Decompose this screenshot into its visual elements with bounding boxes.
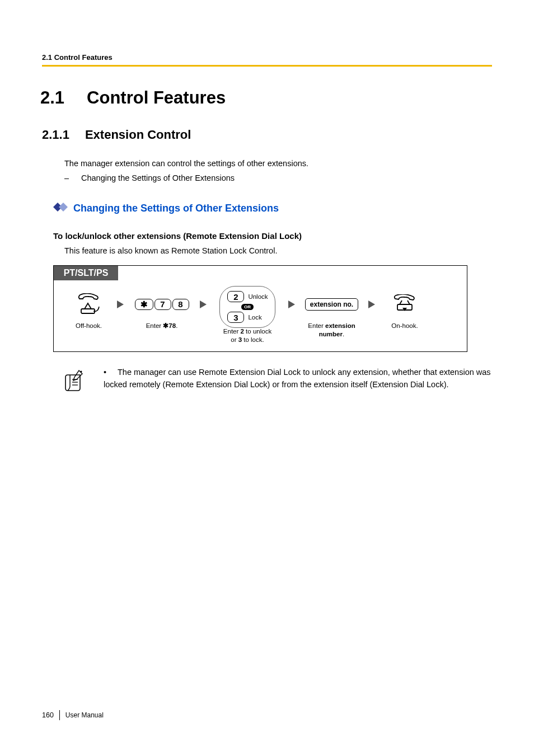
svg-line-9 [407,300,410,304]
section-title: Control Features [87,88,226,107]
key-7: 7 [154,299,171,310]
svg-marker-4 [200,300,207,308]
lock-label: Lock [248,314,261,321]
dial-keys: ✱ 7 8 [134,299,190,310]
dial-caption: Enter ✱78. [146,322,178,331]
footer-divider [59,710,60,720]
svg-marker-10 [402,308,407,311]
page-number: 160 [42,711,54,719]
svg-point-14 [81,370,82,372]
bullet-list-item: –Changing the Settings of Other Extensio… [64,173,492,182]
header-rule [42,65,492,67]
unlock-label: Unlock [248,293,268,300]
subsection-heading: 2.1.1Extension Control [42,128,492,142]
onhook-caption: On-hook. [391,322,418,331]
or-badge: OR [241,304,254,310]
svg-marker-3 [117,300,124,308]
subsection-number: 2.1.1 [42,128,69,142]
blue-subheading: Changing the Settings of Other Extension… [73,203,279,214]
note-text: •The manager can use Remote Extension Di… [98,366,492,395]
key-8: 8 [172,299,189,310]
onhook-icon [392,290,418,318]
section-heading: 2.1Control Features [40,88,492,108]
intro-text: The manager extension can control the se… [64,158,492,170]
key-2: 2 [227,291,244,302]
lock-caption: Enter 2 to unlock or 3 to lock. [223,327,271,345]
diamond-icon [53,203,68,214]
procedure-tab: PT/SLT/PS [54,266,118,280]
arrow-icon [284,290,299,318]
svg-marker-6 [368,300,375,308]
offhook-caption: Off-hook. [76,322,102,331]
ext-caption: Enter extensionnumber. [308,322,355,339]
subsection-title: Extension Control [85,128,191,142]
svg-rect-2 [81,309,95,313]
unlock-lock-group: 2 Unlock OR 3 Lock [219,286,275,328]
procedure-title: To lock/unlock other extensions (Remote … [53,231,492,241]
arrow-icon [364,290,380,318]
arrow-icon [113,290,128,318]
page-footer: 160 User Manual [42,710,104,720]
section-number: 2.1 [40,88,64,108]
procedure-description: This feature is also known as Remote Sta… [64,246,492,255]
arrow-icon [195,290,211,318]
doc-label: User Manual [65,711,104,719]
key-3: 3 [227,312,244,323]
svg-marker-1 [59,203,68,212]
svg-marker-5 [288,300,295,308]
extension-no-box: extension no. [305,298,358,311]
key-star: ✱ [135,299,153,310]
procedure-box: PT/SLT/PS Off-hook. [53,265,467,352]
svg-line-8 [400,300,402,304]
offhook-icon [77,290,101,318]
running-header: 2.1 Control Features [42,53,492,62]
note-icon [64,366,98,395]
bullet-text: Changing the Settings of Other Extension… [81,173,235,182]
